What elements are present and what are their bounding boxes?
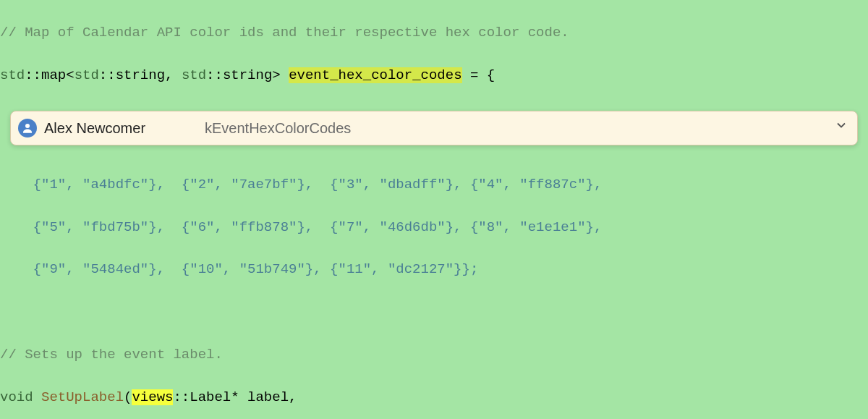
- code-editor-continued[interactable]: {"1", "a4bdfc"}, {"2", "7ae7bf"}, {"3", …: [0, 151, 868, 419]
- svg-point-0: [25, 124, 30, 128]
- code-line: // Sets up the event label.: [0, 344, 868, 365]
- code-line: {"1", "a4bdfc"}, {"2", "7ae7bf"}, {"3", …: [0, 174, 868, 195]
- highlighted-identifier: views: [132, 389, 173, 405]
- suggestion-text: kEventHexColorCodes: [205, 117, 834, 140]
- comment-text: // Map of Calendar API color ids and the…: [0, 25, 569, 41]
- user-icon: [21, 122, 34, 135]
- code-line: [0, 302, 868, 323]
- code-line: void SetUpLabel(views::Label* label,: [0, 387, 868, 408]
- chevron-down-icon: [834, 118, 848, 132]
- suggestion-author: Alex Newcomer: [44, 117, 205, 140]
- function-name: SetUpLabel: [33, 389, 124, 405]
- code-editor[interactable]: // Map of Calendar API color ids and the…: [0, 0, 868, 108]
- avatar: [18, 119, 37, 137]
- code-line: {"9", "5484ed"}, {"10", "51b749"}, {"11"…: [0, 259, 868, 280]
- highlighted-variable: event_hex_color_codes: [289, 67, 461, 83]
- code-line: std::map<std::string, std::string> event…: [0, 65, 868, 86]
- expand-button[interactable]: [834, 117, 848, 138]
- suggestion-bar[interactable]: Alex Newcomer kEventHexColorCodes: [10, 111, 858, 145]
- code-line: {"5", "fbd75b"}, {"6", "ffb878"}, {"7", …: [0, 217, 868, 238]
- code-line: // Map of Calendar API color ids and the…: [0, 22, 868, 43]
